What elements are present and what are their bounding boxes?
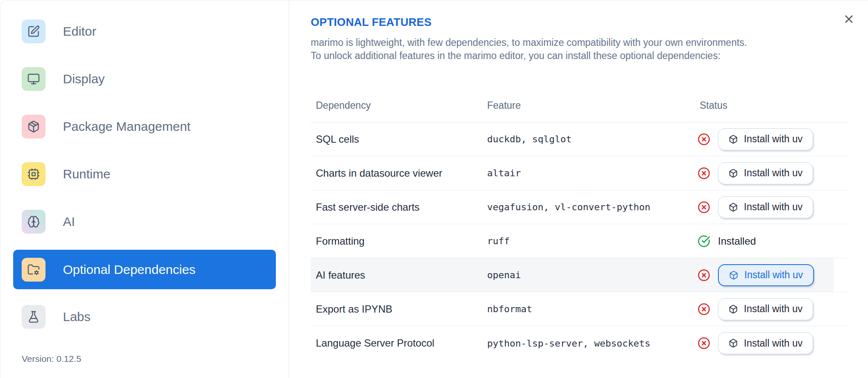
description-line: marimo is lightweight, with few dependen… bbox=[311, 37, 747, 48]
description-line: To unlock additional features in the mar… bbox=[311, 50, 720, 61]
dependency-cell: Charts in datasource viewer bbox=[316, 167, 487, 179]
settings-dialog: Editor Display Package Management Runtim… bbox=[0, 0, 868, 378]
circle-x-icon bbox=[698, 201, 710, 214]
box-icon bbox=[729, 135, 738, 144]
sidebar-item-display[interactable]: Display bbox=[13, 59, 276, 99]
flask-icon bbox=[22, 305, 45, 329]
table-row-sql-cells: SQL cells duckdb, sqlglot Install with u… bbox=[311, 122, 848, 156]
feature-cell: duckdb, sqlglot bbox=[487, 134, 698, 144]
install-with-uv-button[interactable]: Install with uv bbox=[718, 128, 813, 150]
box-icon bbox=[729, 305, 738, 314]
status-cell: Install with uv bbox=[698, 264, 848, 286]
dependency-cell: Formatting bbox=[316, 235, 487, 247]
status-cell: Install with uv bbox=[698, 298, 848, 320]
monitor-icon bbox=[22, 67, 45, 91]
feature-cell: altair bbox=[487, 168, 698, 178]
install-button-label: Install with uv bbox=[744, 201, 803, 213]
install-with-uv-button[interactable]: Install with uv bbox=[718, 162, 813, 184]
table-row-language-server: Language Server Protocol python-lsp-serv… bbox=[311, 326, 848, 360]
box-icon bbox=[729, 169, 738, 178]
feature-cell: nbformat bbox=[487, 304, 698, 314]
version-label: Version: 0.12.5 bbox=[22, 354, 81, 364]
box-icon bbox=[729, 203, 738, 212]
sidebar-item-label: Editor bbox=[63, 24, 96, 39]
feature-cell: vegafusion, vl-convert-python bbox=[487, 202, 698, 212]
table-row-charts-datasource: Charts in datasource viewer altair Insta… bbox=[311, 156, 848, 190]
cpu-icon bbox=[22, 162, 45, 186]
sidebar-item-optional-dependencies[interactable]: Optional Dependencies bbox=[13, 250, 276, 289]
install-with-uv-button[interactable]: Install with uv bbox=[718, 332, 813, 354]
close-icon bbox=[842, 13, 855, 25]
dependencies-table: Dependency Feature Status SQL cells duck… bbox=[311, 89, 848, 360]
table-row-fast-charts: Fast server-side charts vegafusion, vl-c… bbox=[311, 190, 848, 224]
package-icon bbox=[22, 115, 45, 138]
table-row-formatting: Formatting ruff Installed bbox=[311, 224, 848, 258]
circle-x-icon bbox=[698, 303, 710, 316]
sidebar-item-label: Labs bbox=[63, 310, 91, 324]
dependency-cell: SQL cells bbox=[316, 133, 487, 145]
sidebar-item-label: AI bbox=[63, 214, 75, 229]
install-with-uv-button[interactable]: Install with uv bbox=[718, 196, 813, 218]
sidebar-item-labs[interactable]: Labs bbox=[13, 297, 276, 336]
circle-x-icon bbox=[698, 269, 710, 282]
panel-description: marimo is lightweight, with few dependen… bbox=[311, 36, 855, 62]
page-title: OPTIONAL FEATURES bbox=[311, 16, 431, 29]
dependency-cell: Fast server-side charts bbox=[316, 201, 487, 213]
dependency-cell: AI features bbox=[316, 269, 487, 281]
status-cell: Install with uv bbox=[698, 196, 848, 218]
sidebar-item-label: Runtime bbox=[63, 167, 111, 181]
install-with-uv-button[interactable]: Install with uv bbox=[718, 264, 814, 286]
settings-sidebar: Editor Display Package Management Runtim… bbox=[0, 0, 289, 378]
install-button-label: Install with uv bbox=[744, 167, 803, 179]
optional-features-panel: OPTIONAL FEATURES marimo is lightweight,… bbox=[289, 0, 868, 378]
status-cell: Install with uv bbox=[698, 128, 848, 150]
sidebar-item-label: Optional Dependencies bbox=[63, 262, 196, 277]
folder-cog-icon bbox=[22, 258, 45, 282]
status-cell: Install with uv bbox=[698, 162, 848, 184]
table-row-export-ipynb: Export as IPYNB nbformat Install with uv bbox=[311, 292, 848, 326]
feature-cell: ruff bbox=[487, 236, 698, 246]
status-cell: Installed bbox=[698, 235, 848, 248]
square-pen-icon bbox=[22, 20, 45, 43]
circle-x-icon bbox=[698, 133, 710, 146]
install-button-label: Install with uv bbox=[744, 303, 803, 315]
table-row-ai-features: AI features openai Install with uv bbox=[311, 258, 848, 292]
dependency-cell: Export as IPYNB bbox=[316, 303, 487, 315]
column-header-status: Status bbox=[698, 100, 848, 111]
sidebar-item-ai[interactable]: AI bbox=[13, 202, 276, 241]
install-button-label: Install with uv bbox=[744, 133, 803, 145]
circle-x-icon bbox=[698, 337, 710, 350]
sidebar-item-runtime[interactable]: Runtime bbox=[13, 155, 276, 194]
status-cell: Install with uv bbox=[698, 332, 848, 354]
feature-cell: openai bbox=[487, 270, 698, 280]
feature-cell: python-lsp-server, websockets bbox=[487, 338, 698, 349]
table-header-row: Dependency Feature Status bbox=[311, 89, 848, 122]
column-header-dependency: Dependency bbox=[316, 100, 487, 111]
close-button[interactable] bbox=[840, 11, 857, 28]
circle-x-icon bbox=[698, 167, 710, 180]
brain-icon bbox=[22, 210, 45, 234]
sidebar-item-label: Package Management bbox=[63, 119, 190, 134]
install-with-uv-button[interactable]: Install with uv bbox=[718, 298, 813, 320]
box-icon bbox=[729, 339, 738, 348]
sidebar-item-editor[interactable]: Editor bbox=[13, 12, 276, 51]
dependency-cell: Language Server Protocol bbox=[316, 337, 487, 349]
sidebar-item-package-management[interactable]: Package Management bbox=[13, 107, 276, 146]
install-button-label: Install with uv bbox=[744, 269, 803, 281]
box-icon bbox=[729, 271, 738, 280]
installed-status-label: Installed bbox=[718, 235, 756, 247]
circle-check-icon bbox=[698, 235, 710, 248]
install-button-label: Install with uv bbox=[744, 338, 803, 349]
sidebar-item-label: Display bbox=[63, 72, 105, 86]
column-header-feature: Feature bbox=[487, 100, 698, 111]
